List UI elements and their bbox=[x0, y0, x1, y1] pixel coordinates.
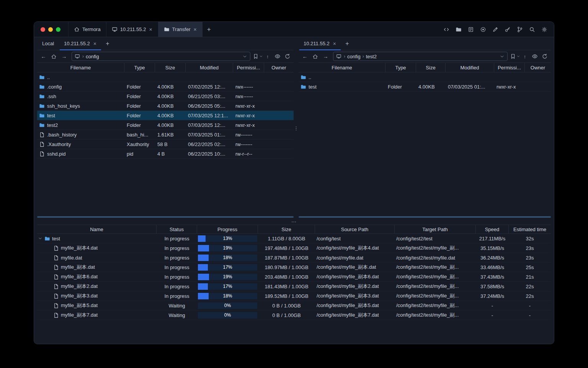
column-header-progress[interactable]: Progress bbox=[197, 225, 258, 233]
transfer-target-path: /config/test2/test/myfile_副... bbox=[395, 292, 476, 299]
new-tab-button[interactable]: + bbox=[203, 22, 216, 37]
transfer-eta: 22s bbox=[509, 293, 551, 299]
file-row[interactable]: .ssh Folder 4.00KB 06/21/2025 03:... rwx… bbox=[37, 92, 294, 101]
back-button[interactable]: ← bbox=[300, 52, 310, 61]
chevron-down-icon[interactable] bbox=[500, 54, 505, 59]
transfer-row[interactable]: myfile_副本6.dat In progress 19% 203.48MB … bbox=[37, 272, 551, 282]
bookmarks-button[interactable] bbox=[253, 52, 262, 61]
titlebar-action-button[interactable] bbox=[490, 25, 500, 34]
file-row[interactable]: .. bbox=[299, 72, 551, 82]
transfer-speed: 35.15MB/s bbox=[476, 245, 509, 251]
forward-button[interactable]: → bbox=[59, 52, 69, 61]
titlebar-action-button[interactable] bbox=[515, 25, 525, 34]
bookmarks-button[interactable] bbox=[510, 52, 519, 61]
column-header-owner[interactable]: Owner bbox=[525, 63, 551, 72]
show-hidden-files-button[interactable] bbox=[530, 52, 539, 61]
home-button[interactable] bbox=[49, 52, 59, 61]
home-button[interactable] bbox=[310, 52, 320, 61]
titlebar-action-button[interactable] bbox=[441, 25, 451, 34]
column-header-name[interactable]: Name bbox=[37, 225, 157, 233]
column-header-permissions[interactable]: Permissi... bbox=[494, 63, 525, 72]
column-header-source-path[interactable]: Source Path bbox=[315, 225, 395, 233]
zoom-window-button[interactable] bbox=[56, 27, 60, 32]
close-window-button[interactable] bbox=[41, 27, 45, 32]
column-header-speed[interactable]: Speed bbox=[476, 225, 509, 233]
breadcrumb-segment[interactable]: › config bbox=[82, 54, 99, 59]
titlebar-action-button[interactable] bbox=[466, 25, 476, 34]
column-header-modified[interactable]: Modified bbox=[446, 63, 494, 72]
horizontal-splitter[interactable]: ⋯ bbox=[34, 219, 554, 225]
column-header-size[interactable]: Size bbox=[416, 63, 446, 72]
breadcrumb-segment[interactable]: › config bbox=[344, 54, 361, 59]
titlebar-action-button[interactable] bbox=[539, 25, 549, 34]
titlebar-action-button[interactable] bbox=[503, 25, 513, 34]
file-row[interactable]: test Folder 4.00KB 07/03/2025 12:1... rw… bbox=[37, 111, 294, 120]
column-header-permissions[interactable]: Permissi... bbox=[233, 63, 264, 72]
file-row[interactable]: test Folder 4.00KB 07/03/2025 01:... rwx… bbox=[299, 82, 551, 92]
column-header-size[interactable]: Size bbox=[155, 63, 186, 72]
titlebar-action-button[interactable] bbox=[527, 25, 537, 34]
file-pane-tab[interactable]: Local × bbox=[37, 37, 59, 50]
file-row[interactable]: .Xauthority Xauthority 58 B 06/22/2025 0… bbox=[37, 140, 294, 149]
refresh-button[interactable] bbox=[540, 52, 549, 61]
transfer-row[interactable]: myfile_副本7.dat Waiting 0% 0 B / 1.00GB /… bbox=[37, 310, 551, 320]
upload-button[interactable]: ↑ bbox=[263, 52, 272, 61]
titlebar-action-button[interactable] bbox=[478, 25, 488, 34]
column-header-status[interactable]: Status bbox=[157, 225, 197, 233]
transfer-status: In progress bbox=[157, 293, 197, 299]
close-icon[interactable]: × bbox=[149, 27, 152, 32]
file-pane-tab[interactable]: 10.211.55.2 × bbox=[299, 37, 341, 50]
file-row[interactable]: test2 Folder 4.00KB 07/03/2025 12:... rw… bbox=[37, 120, 294, 130]
minimize-window-button[interactable] bbox=[48, 27, 53, 32]
column-header-type[interactable]: Type bbox=[124, 63, 155, 72]
transfer-row[interactable]: myfile_副本5.dat Waiting 0% 0 B / 1.00GB /… bbox=[37, 301, 551, 310]
file-pane-tab[interactable]: 10.211.55.2 × bbox=[59, 37, 102, 50]
close-icon[interactable]: × bbox=[93, 41, 97, 46]
file-type: Folder bbox=[124, 103, 155, 109]
transfer-row[interactable]: test In progress 13% 1.11GB / 8.00GB /co… bbox=[37, 234, 551, 243]
progress-percent: 18% bbox=[198, 255, 257, 261]
file-row[interactable]: ssh_host_keys Folder 4.00KB 06/26/2025 0… bbox=[37, 101, 294, 111]
column-header-type[interactable]: Type bbox=[385, 63, 416, 72]
column-header-estimated-time[interactable]: Estimated time bbox=[509, 225, 551, 233]
chevron-down-icon[interactable] bbox=[242, 54, 247, 59]
show-hidden-files-button[interactable] bbox=[273, 52, 282, 61]
titlebar-tab[interactable]: Transfer × bbox=[158, 22, 203, 37]
add-pane-tab-button[interactable]: + bbox=[341, 37, 353, 50]
back-button[interactable]: ← bbox=[39, 52, 48, 61]
transfer-row[interactable]: myfile.dat In progress 18% 187.87MB / 1.… bbox=[37, 253, 551, 263]
transfer-row[interactable]: myfile_副本4.dat In progress 19% 197.48MB … bbox=[37, 243, 551, 253]
file-row[interactable]: .config Folder 4.00KB 07/02/2025 12:... … bbox=[37, 82, 294, 92]
horizontal-scrollbar[interactable] bbox=[299, 216, 551, 218]
progress-percent: 19% bbox=[198, 245, 257, 251]
column-header-filename[interactable]: Filename bbox=[37, 63, 124, 72]
transfer-row[interactable]: myfile_副本3.dat In progress 18% 189.52MB … bbox=[37, 291, 551, 301]
file-row[interactable]: .. bbox=[37, 72, 294, 82]
titlebar-tab[interactable]: Termora × bbox=[68, 22, 106, 37]
titlebar-action-button[interactable] bbox=[454, 25, 464, 34]
column-header-owner[interactable]: Owner bbox=[264, 63, 294, 72]
transfer-target-path: /config/test2/test/myfile_副... bbox=[395, 245, 476, 251]
file-row[interactable]: .bash_history bash_hi... 1.61KB 07/03/20… bbox=[37, 130, 294, 140]
close-icon[interactable]: × bbox=[193, 27, 197, 32]
transfer-row[interactable]: myfile_副本2.dat In progress 17% 181.43MB … bbox=[37, 282, 551, 291]
refresh-button[interactable] bbox=[283, 52, 292, 61]
column-header-target-path[interactable]: Target Path bbox=[395, 225, 476, 233]
transfer-row[interactable]: myfile_副本.dat In progress 17% 180.97MB /… bbox=[37, 263, 551, 272]
journal-icon bbox=[468, 26, 474, 33]
horizontal-scrollbar[interactable] bbox=[37, 216, 294, 218]
close-icon[interactable]: × bbox=[333, 41, 336, 46]
expand-chevron-icon[interactable] bbox=[38, 236, 42, 241]
file-row[interactable]: sshd.pid pid 4 B 06/22/2025 10:... rw-r-… bbox=[37, 149, 294, 159]
breadcrumb-segment[interactable]: › test2 bbox=[363, 54, 377, 59]
upload-button[interactable]: ↑ bbox=[520, 52, 529, 61]
column-header-size[interactable]: Size bbox=[258, 225, 315, 233]
path-breadcrumb-bar[interactable]: › config › test2 bbox=[333, 52, 508, 61]
column-header-modified[interactable]: Modified bbox=[186, 63, 233, 72]
vertical-splitter[interactable]: ⋮ bbox=[294, 37, 299, 219]
titlebar-tab[interactable]: 10.211.55.2 × bbox=[106, 22, 158, 37]
add-pane-tab-button[interactable]: + bbox=[102, 37, 113, 50]
path-breadcrumb-bar[interactable]: › config bbox=[72, 52, 250, 61]
column-header-filename[interactable]: Filename bbox=[299, 63, 385, 72]
forward-button[interactable]: → bbox=[321, 52, 330, 61]
